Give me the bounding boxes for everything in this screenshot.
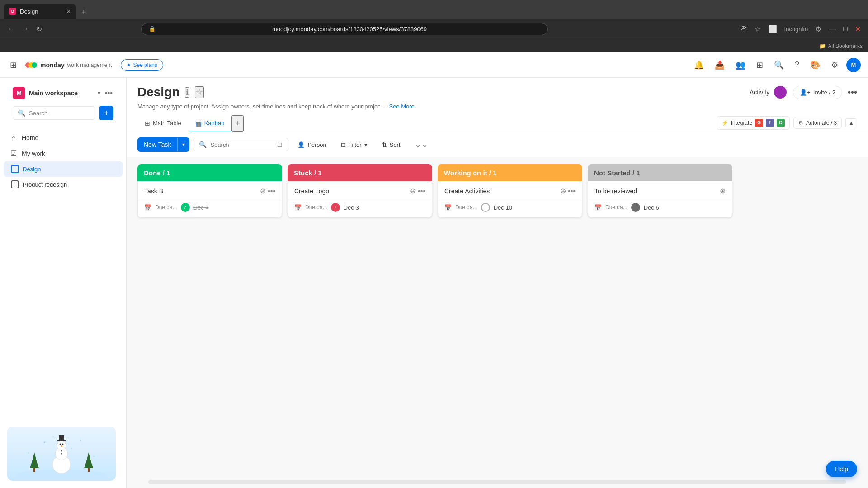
sidebar-item-product-redesign[interactable]: Product redesign <box>4 177 123 192</box>
search-row: 🔍 Search + <box>7 103 119 123</box>
all-bookmarks[interactable]: 📁 All Bookmarks <box>819 43 863 49</box>
page-favorite-button[interactable]: ☆ <box>195 86 204 98</box>
person-filter-button[interactable]: 👤 Person <box>292 139 331 151</box>
url-bar[interactable]: 🔒 moodjoy.monday.com/boards/1830420525/v… <box>141 23 548 35</box>
due-date-icon: 📅 <box>594 204 602 211</box>
brand-sub: work management <box>67 62 112 68</box>
see-more-link[interactable]: See More <box>389 103 414 110</box>
card-more-button[interactable]: ••• <box>268 187 275 195</box>
workspace-more-button[interactable]: ••• <box>104 88 113 98</box>
page-info-button[interactable]: ℹ <box>185 87 189 98</box>
card-more-button[interactable]: ••• <box>418 187 425 195</box>
user-avatar[interactable]: M <box>846 58 861 72</box>
card-add-button[interactable]: ⊕ <box>560 187 566 195</box>
search-filter-icon[interactable]: ⊟ <box>277 141 283 148</box>
search-button[interactable]: 🔍 <box>771 57 787 73</box>
main-area: M Main workspace ▾ ••• 🔍 Search + ⌂ <box>0 78 868 488</box>
filter-button[interactable]: ⊟ Filter ▾ <box>335 139 373 151</box>
card-add-button[interactable]: ⊕ <box>720 187 726 195</box>
home-icon: ⌂ <box>9 134 18 142</box>
help-button[interactable]: Help <box>826 461 857 477</box>
invite-button[interactable]: 👤+ Invite / 2 <box>793 86 842 99</box>
add-item-button[interactable]: + <box>99 106 113 120</box>
tab-favicon: D <box>9 8 16 15</box>
monday-logo <box>25 59 38 71</box>
integrate-button[interactable]: ⚡ Integrate G T D <box>717 116 790 130</box>
card-title-row: Create Logo ⊕ ••• <box>288 181 432 199</box>
main-table-label: Main Table <box>153 120 181 127</box>
horizontal-scrollbar[interactable] <box>148 480 846 484</box>
kanban-column-done: Done / 1 Task B ⊕ ••• 📅 Due da... <box>137 164 282 221</box>
search-field[interactable]: 🔍 ⊟ <box>193 138 288 151</box>
sort-button[interactable]: ⇅ Sort <box>377 139 406 151</box>
apps-grid-button[interactable]: ⊞ <box>7 57 19 73</box>
working-column-header: Working on it / 1 <box>438 164 582 181</box>
extensions[interactable]: ⚙ <box>813 23 823 35</box>
split-screen[interactable]: ⬜ <box>766 23 779 35</box>
palette-button[interactable]: 🎨 <box>807 57 823 73</box>
kanban-column-working: Working on it / 1 Create Activities ⊕ ••… <box>438 164 582 221</box>
status-badge <box>631 203 640 212</box>
no-track-icon[interactable]: 👁 <box>738 23 749 35</box>
see-plans-button[interactable]: ✦ See plans <box>121 59 163 71</box>
page-more-button[interactable]: ••• <box>848 87 857 98</box>
card-add-button[interactable]: ⊕ <box>410 187 416 195</box>
tab-close-button[interactable]: × <box>67 8 71 15</box>
my-work-icon: ☑ <box>9 149 18 158</box>
refresh-button[interactable]: ↻ <box>34 23 44 35</box>
status-badge: ◑ <box>481 203 490 212</box>
card-task-b: Task B ⊕ ••• 📅 Due da... ✓ Dec 4 <box>137 181 282 218</box>
settings-button[interactable]: ⚙ <box>828 57 841 73</box>
not-started-column-header: Not Started / 1 <box>588 164 732 181</box>
back-button[interactable]: ← <box>5 23 16 35</box>
inbox-button[interactable]: 📥 <box>712 57 727 73</box>
snowman-svg: * * * * * * <box>16 427 107 477</box>
help-nav-button[interactable]: ? <box>792 57 802 72</box>
app: ⊞ monday work management ✦ See plans 🔔 📥… <box>0 52 868 488</box>
svg-text:*: * <box>52 436 54 440</box>
workspace-name: Main workspace <box>29 89 94 97</box>
sidebar-item-design[interactable]: Design <box>4 161 123 177</box>
collapse-button[interactable]: ▲ <box>845 118 857 127</box>
bookmark-star[interactable]: ☆ <box>753 23 763 35</box>
new-task-button[interactable]: New Task ▾ <box>137 137 189 152</box>
design-project-icon <box>11 165 19 173</box>
minimize-button[interactable]: — <box>827 23 838 35</box>
svg-text:*: * <box>28 451 29 455</box>
automate-button[interactable]: ⚙ Automate / 3 <box>793 117 842 129</box>
kanban-column-stuck: Stuck / 1 Create Logo ⊕ ••• 📅 Due <box>288 164 432 221</box>
people-button[interactable]: 👥 <box>733 57 748 73</box>
apps-button[interactable]: ⊞ <box>754 57 766 73</box>
maximize-button[interactable]: □ <box>841 23 849 35</box>
active-tab[interactable]: D Design × <box>4 4 76 19</box>
sidebar-item-my-work[interactable]: ☑ My work <box>4 145 123 161</box>
page-description: Manage any type of project. Assign owner… <box>137 103 857 110</box>
workspace-header[interactable]: M Main workspace ▾ ••• <box>7 83 119 103</box>
add-view-button[interactable]: + <box>231 115 244 132</box>
notifications-button[interactable]: 🔔 <box>691 57 707 73</box>
snowman-image: * * * * * * <box>7 427 116 481</box>
forward-button[interactable]: → <box>20 23 31 35</box>
status-badge: ✓ <box>181 203 190 212</box>
activity-section: Activity <box>750 85 788 99</box>
stuck-column-header: Stuck / 1 <box>288 164 432 181</box>
done-column-header: Done / 1 <box>137 164 282 181</box>
new-tab-button[interactable]: + <box>78 6 90 19</box>
new-task-dropdown-icon[interactable]: ▾ <box>177 138 189 151</box>
incognito-icon[interactable]: Incognito <box>783 24 810 34</box>
search-input[interactable] <box>210 141 274 148</box>
page-header: Design ℹ ☆ Activity 👤+ Invite / 2 ••• <box>127 78 868 132</box>
filter-chevron-icon: ▾ <box>364 141 368 148</box>
card-add-button[interactable]: ⊕ <box>260 187 266 195</box>
close-window-button[interactable]: ✕ <box>853 23 863 35</box>
card-more-button[interactable]: ••• <box>568 187 576 195</box>
more-options-button[interactable]: ⌄⌄ <box>409 137 434 152</box>
sidebar-item-home[interactable]: ⌂ Home <box>4 130 123 145</box>
card-to-be-reviewed: To be reviewed ⊕ 📅 Due da... Dec 6 <box>588 181 732 218</box>
sidebar: M Main workspace ▾ ••• 🔍 Search + ⌂ <box>0 78 127 488</box>
new-task-label: New Task <box>137 137 177 152</box>
view-tabs: ⊞ Main Table ▤ Kanban + <box>137 115 244 132</box>
sidebar-search-bar[interactable]: 🔍 Search <box>13 106 95 120</box>
tab-kanban[interactable]: ▤ Kanban <box>189 116 232 131</box>
tab-main-table[interactable]: ⊞ Main Table <box>137 116 189 131</box>
